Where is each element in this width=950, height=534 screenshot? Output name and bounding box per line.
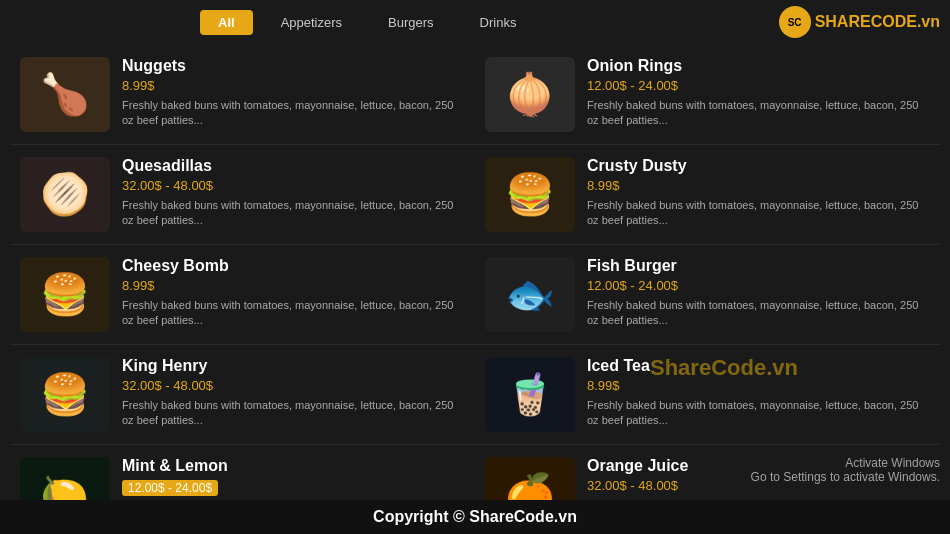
menu-item-desc: Freshly baked buns with tomatoes, mayonn… bbox=[122, 98, 465, 129]
menu-item-price: 8.99$ bbox=[122, 278, 465, 293]
menu-item-image: 🧅 bbox=[485, 57, 575, 132]
menu-item-info: Fish Burger12.00$ - 24.00$Freshly baked … bbox=[587, 257, 930, 329]
nav-btn-appetizers[interactable]: Appetizers bbox=[263, 10, 360, 35]
menu-item: 🧅Onion Rings12.00$ - 24.00$Freshly baked… bbox=[475, 45, 940, 145]
menu-item: 🧋Iced Tea8.99$Freshly baked buns with to… bbox=[475, 345, 940, 445]
menu-item-desc: Freshly baked buns with tomatoes, mayonn… bbox=[587, 398, 930, 429]
menu-item-name: Crusty Dusty bbox=[587, 157, 930, 175]
activate-windows: Activate Windows Go to Settings to activ… bbox=[751, 456, 940, 484]
nav-btn-drinks[interactable]: Drinks bbox=[462, 10, 535, 35]
menu-item-image: 🐟 bbox=[485, 257, 575, 332]
menu-item: 🍔King Henry32.00$ - 48.00$Freshly baked … bbox=[10, 345, 475, 445]
menu-item-name: Iced Tea bbox=[587, 357, 930, 375]
menu-item-image: 🍗 bbox=[20, 57, 110, 132]
menu-item-image: 🍔 bbox=[485, 157, 575, 232]
menu-item-desc: Freshly baked buns with tomatoes, mayonn… bbox=[587, 198, 930, 229]
menu-item-price: 12.00$ - 24.00$ bbox=[587, 278, 930, 293]
menu-item-image: 🧋 bbox=[485, 357, 575, 432]
menu-item: 🍗Nuggets8.99$Freshly baked buns with tom… bbox=[10, 45, 475, 145]
menu-item-info: Quesadillas32.00$ - 48.00$Freshly baked … bbox=[122, 157, 465, 229]
menu-item-name: Nuggets bbox=[122, 57, 465, 75]
logo: SC SHARECODE.vn bbox=[779, 6, 940, 38]
menu-item-info: King Henry32.00$ - 48.00$Freshly baked b… bbox=[122, 357, 465, 429]
menu-item-name: Quesadillas bbox=[122, 157, 465, 175]
menu-item-desc: Freshly baked buns with tomatoes, mayonn… bbox=[587, 98, 930, 129]
menu-item-desc: Freshly baked buns with tomatoes, mayonn… bbox=[587, 298, 930, 329]
menu-item-desc: Freshly baked buns with tomatoes, mayonn… bbox=[122, 298, 465, 329]
menu-item-image: 🍔 bbox=[20, 357, 110, 432]
menu-item-info: Onion Rings12.00$ - 24.00$Freshly baked … bbox=[587, 57, 930, 129]
menu-item-price: 8.99$ bbox=[122, 78, 465, 93]
menu-item-info: Cheesy Bomb8.99$Freshly baked buns with … bbox=[122, 257, 465, 329]
menu-item: 🍔Crusty Dusty8.99$Freshly baked buns wit… bbox=[475, 145, 940, 245]
nav-btn-burgers[interactable]: Burgers bbox=[370, 10, 452, 35]
menu-item-name: Fish Burger bbox=[587, 257, 930, 275]
menu-item-info: Iced Tea8.99$Freshly baked buns with tom… bbox=[587, 357, 930, 429]
logo-code: CODE bbox=[871, 13, 917, 30]
nav-btn-all[interactable]: All bbox=[200, 10, 253, 35]
menu-item: 🍔Cheesy Bomb8.99$Freshly baked buns with… bbox=[10, 245, 475, 345]
menu-item-price: 32.00$ - 48.00$ bbox=[122, 378, 465, 393]
menu-item: 🐟Fish Burger12.00$ - 24.00$Freshly baked… bbox=[475, 245, 940, 345]
copyright-bar: Copyright © ShareCode.vn bbox=[0, 500, 950, 534]
menu-item-name: Cheesy Bomb bbox=[122, 257, 465, 275]
menu-item-desc: Freshly baked buns with tomatoes, mayonn… bbox=[122, 198, 465, 229]
menu-item-price-badge: 12.00$ - 24.00$ bbox=[122, 480, 218, 496]
logo-share: SHARE bbox=[815, 13, 871, 30]
menu-item-image: 🍔 bbox=[20, 257, 110, 332]
activate-line2: Go to Settings to activate Windows. bbox=[751, 470, 940, 484]
logo-tld: .vn bbox=[917, 13, 940, 30]
menu-item-info: Crusty Dusty8.99$Freshly baked buns with… bbox=[587, 157, 930, 229]
menu-item: 🫓Quesadillas32.00$ - 48.00$Freshly baked… bbox=[10, 145, 475, 245]
menu-item-name: Onion Rings bbox=[587, 57, 930, 75]
menu-item-price: 12.00$ - 24.00$ bbox=[587, 78, 930, 93]
menu-item-price: 32.00$ - 48.00$ bbox=[122, 178, 465, 193]
logo-icon: SC bbox=[779, 6, 811, 38]
menu-item-info: Nuggets8.99$Freshly baked buns with toma… bbox=[122, 57, 465, 129]
menu-item-desc: Freshly baked buns with tomatoes, mayonn… bbox=[122, 398, 465, 429]
menu-item-image: 🫓 bbox=[20, 157, 110, 232]
logo-text: SHARECODE.vn bbox=[815, 13, 940, 31]
menu-item-price: 8.99$ bbox=[587, 378, 930, 393]
activate-line1: Activate Windows bbox=[751, 456, 940, 470]
menu-item-price: 8.99$ bbox=[587, 178, 930, 193]
menu-item-name: Mint & Lemon bbox=[122, 457, 465, 475]
copyright-text: Copyright © ShareCode.vn bbox=[373, 508, 577, 526]
menu-item-name: King Henry bbox=[122, 357, 465, 375]
